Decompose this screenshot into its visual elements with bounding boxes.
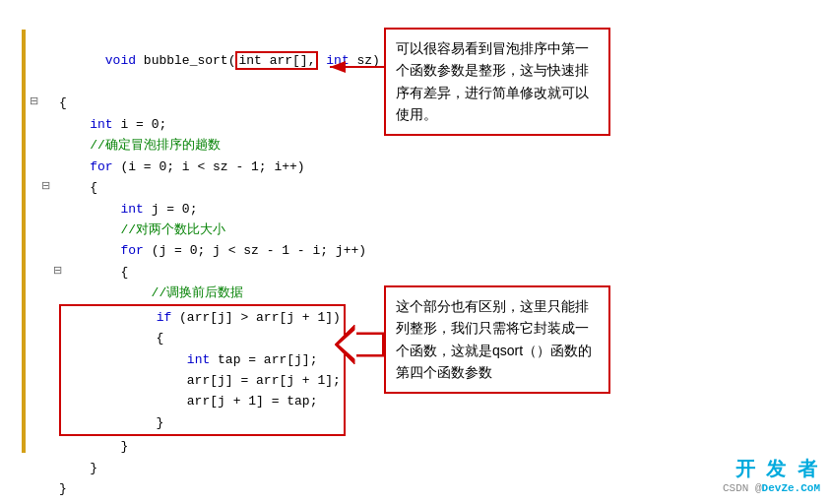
main-container: void bubble_sort(int arr[], int sz) ⊟ { … [0, 0, 830, 504]
watermark-devze: DevZe.CoM [762, 482, 820, 494]
collapse-icon-2: ⊟ [41, 177, 50, 195]
if-block-highlight: if (arr[j] > arr[j + 1]) { int tap = arr… [59, 304, 346, 437]
watermark-csdn: CSDN @ [723, 482, 762, 494]
code-line-15: arr[j] = arr[j + 1]; [64, 370, 341, 391]
code-line-9: for (j = 0; j < sz - 1 - i; j++) [59, 240, 394, 261]
code-line-10: { [59, 262, 394, 283]
code-line-11: //调换前后数据 [59, 283, 394, 303]
code-line-19: } [59, 458, 394, 478]
code-line-4: //确定冒泡排序的趟数 [59, 135, 394, 156]
collapse-icon-1: ⊟ [30, 93, 38, 110]
watermark-brand: CSDN @DevZe.CoM [723, 482, 820, 494]
code-line-14: int tap = arr[j]; [64, 349, 341, 370]
annotation-box-2: 这个部分也有区别，这里只能排列整形，我们只需将它封装成一个函数，这就是qsort… [384, 285, 610, 394]
arrow-2 [335, 325, 389, 364]
highlight-int-arr: int arr[], [235, 51, 318, 70]
annotation-1-text: 可以很容易看到冒泡排序中第一个函数参数是整形，这与快速排序有差异，进行简单修改就… [396, 40, 589, 122]
code-line-7: int j = 0; [59, 199, 394, 220]
code-line-3: int i = 0; [59, 114, 394, 135]
annotation-box-1: 可以很容易看到冒泡排序中第一个函数参数是整形，这与快速排序有差异，进行简单修改就… [384, 28, 610, 136]
arrow-1 [325, 47, 389, 87]
code-line-16: arr[j + 1] = tap; [64, 391, 341, 411]
code-line-6: { [59, 177, 394, 198]
left-bar [22, 30, 26, 453]
code-line-5: for (i = 0; i < sz - 1; i++) [59, 157, 394, 177]
annotation-2-text: 这个部分也有区别，这里只能排列整形，我们只需将它封装成一个函数，这就是qsort… [396, 298, 592, 380]
watermark-title: 开 发 者 [723, 456, 820, 482]
code-line-12: if (arr[j] > arr[j + 1]) [64, 307, 341, 328]
code-line-17: } [64, 412, 341, 433]
keyword-void: void [105, 53, 136, 68]
code-line-13: { [64, 328, 341, 348]
code-line-18: } [59, 436, 394, 457]
collapse-icon-3: ⊟ [53, 262, 62, 280]
code-line-8: //对两个数比大小 [59, 220, 394, 240]
code-block-1: ⊟ { int i = 0; //确定冒泡排序的趟数 for (i = 0; i… [59, 93, 394, 478]
code-line-20: } [59, 478, 394, 499]
code-area: void bubble_sort(int arr[], int sz) ⊟ { … [59, 30, 394, 500]
code-block-2: ⊟ { int j = 0; //对两个数比大小 for (j = 0; j <… [59, 177, 394, 458]
code-line-2: { [59, 93, 394, 113]
watermark: 开 发 者 CSDN @DevZe.CoM [723, 456, 820, 494]
